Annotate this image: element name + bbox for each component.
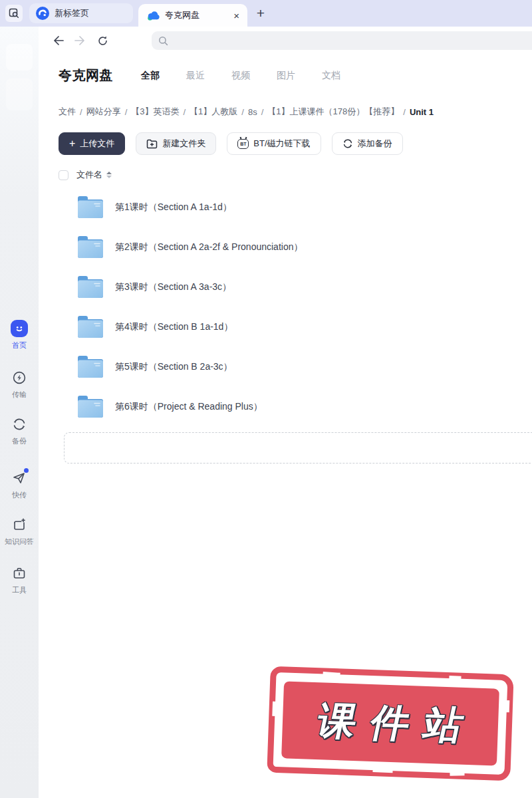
sidebar-item-label: 传输 bbox=[12, 390, 27, 400]
file-row[interactable]: 第6课时（Project & Reading Plus） bbox=[59, 387, 532, 427]
file-row[interactable]: 第1课时（Section A 1a-1d） bbox=[59, 188, 532, 227]
breadcrumb-separator: / bbox=[125, 107, 128, 117]
quark-browser-logo-icon bbox=[36, 7, 49, 20]
backup-sync-icon bbox=[11, 416, 28, 433]
sidebar-item-backup[interactable]: 备份 bbox=[0, 416, 39, 446]
home-icon bbox=[11, 320, 28, 337]
folder-icon bbox=[76, 394, 105, 420]
breadcrumb-item[interactable]: 8s bbox=[248, 107, 257, 117]
sidebar-item-knowledge-qa[interactable]: 知识问答 bbox=[0, 516, 39, 547]
folder-icon bbox=[76, 274, 105, 301]
folder-icon bbox=[76, 234, 105, 261]
address-search-bar[interactable] bbox=[152, 31, 532, 50]
backup-circle-icon bbox=[342, 138, 353, 149]
folder-icon bbox=[76, 194, 105, 221]
stamp-body: 课件站 bbox=[281, 681, 499, 765]
breadcrumb-item[interactable]: 文件 bbox=[59, 106, 76, 118]
breadcrumb-separator: / bbox=[261, 107, 264, 117]
browser-toolbar bbox=[39, 27, 532, 55]
breadcrumb-item[interactable]: 【1】上课课件（178份）【推荐】 bbox=[267, 106, 399, 118]
file-name: 第2课时（Section A 2a-2f & Pronounciation） bbox=[115, 241, 303, 253]
tab-title: 新标签页 bbox=[55, 7, 89, 19]
upload-file-button[interactable]: + 上传文件 bbox=[59, 132, 125, 155]
page-title: 夸克网盘 bbox=[59, 66, 113, 84]
new-folder-label: 新建文件夹 bbox=[162, 138, 205, 150]
bt-magnet-download-label: BT/磁力链下载 bbox=[253, 138, 310, 150]
bt-magnet-download-button[interactable]: BT BT/磁力链下载 bbox=[227, 132, 321, 155]
sidebar-item-tools[interactable]: 工具 bbox=[0, 565, 39, 595]
file-list: 第1课时（Section A 1a-1d） 第2课时（Section A 2a-… bbox=[59, 188, 532, 427]
select-all-checkbox[interactable] bbox=[59, 170, 68, 180]
browser-tab-quark-drive[interactable]: 夸克网盘 × bbox=[138, 4, 247, 27]
breadcrumb-item[interactable]: 【1】人教版 bbox=[190, 106, 237, 118]
tab-videos[interactable]: 视频 bbox=[231, 70, 250, 82]
empty-dropzone[interactable] bbox=[64, 432, 532, 464]
file-row[interactable]: 第5课时（Section B 2a-3c） bbox=[59, 347, 532, 387]
bt-icon: BT bbox=[237, 139, 249, 149]
file-row[interactable]: 第3课时（Section A 3a-3c） bbox=[59, 267, 532, 307]
add-backup-button[interactable]: 添加备份 bbox=[332, 132, 403, 155]
breadcrumb-separator: / bbox=[241, 107, 244, 117]
breadcrumb-separator: / bbox=[183, 107, 186, 117]
sidebar-item-label: 工具 bbox=[12, 585, 27, 595]
file-table-header: 文件名 bbox=[59, 169, 112, 181]
file-name: 第4课时（Section B 1a-1d） bbox=[115, 321, 233, 333]
breadcrumb-separator: / bbox=[403, 107, 406, 117]
breadcrumb-item[interactable]: 网站分享 bbox=[86, 106, 121, 118]
tab-all[interactable]: 全部 bbox=[141, 70, 160, 82]
breadcrumb-separator: / bbox=[80, 107, 82, 117]
quark-drive-logo-icon bbox=[146, 10, 160, 21]
stamp-text: 课件站 bbox=[298, 695, 483, 753]
action-buttons: + 上传文件 新建文件夹 BT BT/磁力链下载 bbox=[59, 132, 403, 155]
sidebar-item-label: 备份 bbox=[12, 436, 27, 446]
breadcrumb-item[interactable]: 【3】英语类 bbox=[131, 106, 179, 118]
folder-icon bbox=[76, 354, 105, 380]
breadcrumb-item[interactable]: Unit 1 bbox=[410, 107, 434, 117]
forward-icon[interactable] bbox=[72, 33, 88, 49]
tab-search-icon bbox=[9, 8, 19, 19]
file-name: 第6课时（Project & Reading Plus） bbox=[115, 401, 263, 413]
sidebar-ghost-block bbox=[6, 78, 33, 110]
sidebar-item-label: 快传 bbox=[12, 490, 27, 500]
file-name: 第5课时（Section B 2a-3c） bbox=[115, 361, 233, 373]
tab-recent[interactable]: 最近 bbox=[186, 70, 205, 82]
sidebar-ghost-block bbox=[6, 44, 33, 70]
file-row[interactable]: 第4课时（Section B 1a-1d） bbox=[59, 307, 532, 347]
knowledge-qa-icon bbox=[11, 516, 28, 533]
close-tab-icon[interactable]: × bbox=[233, 11, 239, 21]
file-name: 第1课时（Section A 1a-1d） bbox=[115, 201, 232, 213]
notification-dot bbox=[24, 468, 29, 473]
tab-search-button[interactable] bbox=[5, 5, 23, 22]
sidebar-item-transfer[interactable]: 传输 bbox=[0, 369, 39, 400]
breadcrumb: 文件/网站分享/【3】英语类/【1】人教版/8s/【1】上课课件（178份）【推… bbox=[59, 106, 434, 118]
tab-title: 夸克网盘 bbox=[165, 9, 228, 21]
new-folder-icon bbox=[146, 139, 158, 149]
file-row[interactable]: 第2课时（Section A 2a-2f & Pronounciation） bbox=[59, 227, 532, 267]
search-icon bbox=[158, 36, 168, 46]
back-icon[interactable] bbox=[51, 33, 66, 49]
folder-icon bbox=[76, 314, 105, 340]
sidebar-item-home[interactable]: 首页 bbox=[0, 320, 39, 350]
quark-drive-window: 新标签页 夸克网盘 × + bbox=[0, 0, 532, 798]
tab-documents[interactable]: 文档 bbox=[322, 70, 340, 82]
column-filename: 文件名 bbox=[76, 169, 102, 181]
toolbox-icon bbox=[11, 565, 28, 582]
new-tab-button[interactable]: + bbox=[251, 4, 270, 23]
watermark-stamp: 课件站 bbox=[267, 666, 513, 781]
sidebar-item-quick-send[interactable]: 快传 bbox=[0, 469, 39, 500]
sort-icon[interactable] bbox=[106, 172, 112, 178]
new-folder-button[interactable]: 新建文件夹 bbox=[136, 132, 216, 155]
file-name: 第3课时（Section A 3a-3c） bbox=[115, 281, 231, 293]
plus-icon: + bbox=[69, 138, 75, 149]
upload-file-label: 上传文件 bbox=[80, 138, 114, 150]
browser-tab-newtab[interactable]: 新标签页 bbox=[29, 3, 133, 23]
transfer-icon bbox=[11, 369, 28, 386]
sidebar-item-label: 首页 bbox=[12, 340, 27, 350]
refresh-icon[interactable] bbox=[94, 33, 110, 49]
tab-images[interactable]: 图片 bbox=[277, 70, 295, 82]
add-backup-label: 添加备份 bbox=[358, 138, 392, 150]
browser-tab-bar: 新标签页 夸克网盘 × + bbox=[0, 0, 532, 27]
sidebar-item-label: 知识问答 bbox=[5, 537, 34, 547]
sidebar: 首页 传输 备份 bbox=[0, 27, 39, 798]
paper-plane-icon bbox=[11, 469, 28, 487]
